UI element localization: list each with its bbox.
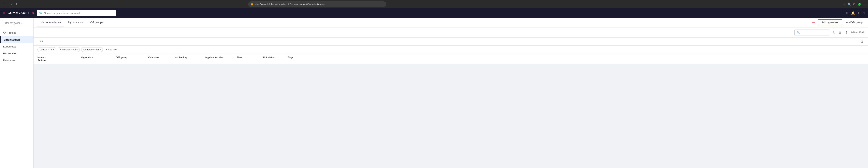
sidebar-label-virtualization: Virtualization [4,38,20,41]
sidebar-item-virtualization[interactable]: Virtualization [0,36,33,43]
dropdown-arrow-icon[interactable]: ▾ [863,11,865,15]
add-hypervisor-button[interactable]: Add hypervisor [818,19,842,25]
sidebar: 🛡 Protect Virtualization Kubernetes File… [0,18,34,168]
table-search[interactable]: 🔍 [795,30,830,35]
browser-chrome: ← → ↻ 🔒 https://console1.dasi.rwth-aache… [0,0,868,8]
column-settings-button[interactable]: ⚙ [860,39,864,44]
header-right: ⊞ 🔔 ⊟ ▾ [846,11,865,15]
vm-status-filter-label: VM status = All [60,48,76,51]
module-icon[interactable]: ⊟ [858,11,861,15]
table-section: Name ↑ Hypervisor VM group VM status Las… [34,54,868,64]
sidebar-filter[interactable] [2,20,31,26]
sidebar-label-kubernetes: Kubernetes [3,45,17,48]
add-filter-plus-icon: + [106,48,107,51]
url-text: https://console1.dasi.rwth-aachen.de/com… [255,3,325,5]
notification-icon[interactable]: 🔔 [851,11,855,15]
vm-status-chevron-icon: ▾ [76,48,78,51]
sort-name-icon: ↑ [45,57,46,59]
company-chevron-icon: ▾ [100,48,101,51]
tabs-bar: Virtual machines Hypervisors VM groups →… [34,18,868,27]
shield-browser-icon[interactable]: 🛡 [853,3,856,6]
vendor-chevron-icon: ▾ [53,48,54,51]
sidebar-label-file-servers: File servers [3,52,17,55]
back-button[interactable]: ← [2,2,7,7]
sub-tab-all[interactable]: All [37,38,45,45]
refresh-table-button[interactable]: ↻ [832,30,836,35]
sidebar-label-databases: Databases [3,59,16,62]
col-sla-status[interactable]: SLA status [262,56,288,59]
sidebar-item-kubernetes[interactable]: Kubernetes [0,43,33,50]
col-vm-status[interactable]: VM status [148,56,174,59]
search-icon: 🔍 [39,12,42,14]
filter-bar: Vendor = All ▾ VM status = All ▾ Company… [34,45,868,54]
sidebar-item-databases[interactable]: Databases [0,57,33,64]
shield-nav-icon: 🛡 [3,31,6,34]
col-application-size[interactable]: Application size [205,56,237,59]
add-filter-label: Add filter [108,48,117,51]
add-vm-group-button[interactable]: Add VM group [844,20,864,25]
search-input[interactable] [44,12,114,14]
vendor-filter[interactable]: Vendor = All ▾ [37,47,56,52]
pagination-text: 1-20 of 2594 [851,31,864,34]
arrow-indicator: → [811,20,815,25]
logo-text: COMMVAULT [8,11,30,15]
security-icon: 🔒 [251,3,253,5]
col-hypervisor[interactable]: Hypervisor [81,56,116,59]
table-header: Name ↑ Hypervisor VM group VM status Las… [34,54,868,64]
refresh-button[interactable]: ↻ [15,2,19,7]
toolbar: 🔍 ↻ ⊞ ⋮ 1-20 of 2594 [34,28,868,38]
company-filter[interactable]: Company = All ▾ [81,47,103,52]
sub-tabs-row: All ⚙ [34,38,868,45]
vm-status-filter[interactable]: VM status = All ▾ [58,47,80,52]
col-tags[interactable]: Tags [288,56,312,59]
col-actions: Actions [37,59,81,62]
more-options-button[interactable]: ⋮ [844,30,849,35]
sidebar-item-protect[interactable]: 🛡 Protect [0,29,33,36]
bookmark-icon[interactable]: ☆ [843,3,845,6]
main-layout: 🛡 Protect Virtualization Kubernetes File… [0,18,868,168]
add-filter-button[interactable]: + Add filter [104,47,119,52]
app-header: ≡ COMMVAULT ◈ 🔍 ⊞ 🔔 ⊟ ▾ [0,8,868,18]
tab-hypervisors[interactable]: Hypervisors [65,18,86,27]
sidebar-item-file-servers[interactable]: File servers [0,50,33,57]
tabs-right-actions: → Add hypervisor Add VM group [811,19,864,25]
extension-icon[interactable]: 🧩 [858,3,861,6]
sub-tabs: All [34,38,860,45]
col-name[interactable]: Name ↑ [37,56,81,59]
vendor-filter-label: Vendor = All [40,48,52,51]
tab-vm-groups[interactable]: VM groups [87,18,106,27]
filter-navigation-input[interactable] [4,22,30,25]
company-filter-label: Company = All [84,48,99,51]
address-bar[interactable]: 🔒 https://console1.dasi.rwth-aachen.de/c… [248,1,386,7]
browser-right-icons: ☆ 🔍 🛡 🧩 → [843,3,866,6]
col-plan[interactable]: Plan [237,56,262,59]
tab-virtual-machines[interactable]: Virtual machines [37,18,64,27]
logo-icon: ◈ [32,11,34,15]
browser-nav-right-icon[interactable]: → [863,3,866,6]
content-area: Virtual machines Hypervisors VM groups →… [34,18,868,168]
global-search-bar[interactable]: 🔍 [37,10,116,16]
sidebar-label-protect: Protect [7,31,16,34]
col-vm-group[interactable]: VM group [116,56,148,59]
hamburger-menu[interactable]: ≡ [3,11,5,15]
browser-search-icon[interactable]: 🔍 [847,3,851,6]
col-last-backup[interactable]: Last backup [174,56,205,59]
settings-icon-container: ⚙ [860,39,868,44]
grid-icon[interactable]: ⊞ [846,11,848,15]
view-toggle-button[interactable]: ⊞ [838,30,842,35]
forward-button[interactable]: → [9,2,13,7]
table-search-icon: 🔍 [797,31,800,34]
